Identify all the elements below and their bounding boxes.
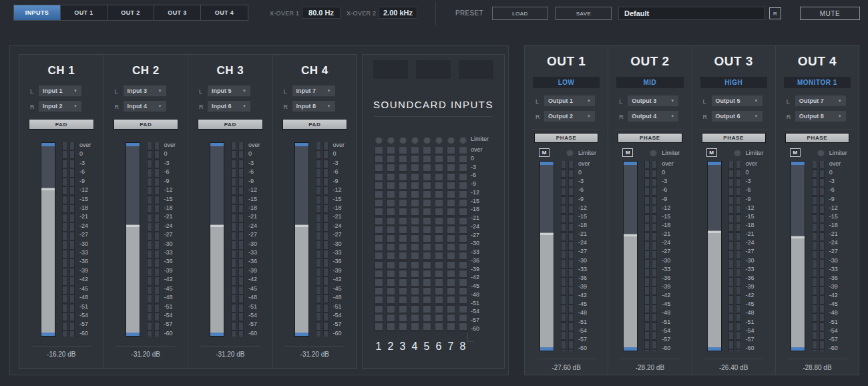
scale-tick: -12 (746, 205, 763, 211)
gain-fader[interactable] (126, 142, 140, 337)
scale-tick: -51 (333, 304, 351, 310)
output-l-select[interactable]: Output 1 ▼ (544, 95, 595, 107)
output-r-select[interactable]: Output 6 ▼ (712, 111, 763, 122)
fader-handle[interactable] (540, 232, 554, 235)
tab-out-2[interactable]: OUT 2 (107, 5, 154, 20)
gain-fader[interactable] (210, 142, 224, 337)
level-meter-bar (154, 142, 160, 337)
output-r-value: Output 4 (632, 113, 656, 120)
fader-track-upper (126, 143, 140, 226)
xover2-value-field[interactable]: 2.00 kHz (379, 7, 417, 19)
scale-tick: -6 (829, 187, 847, 193)
output-channel-4: OUT 4 MONITOR 1 L Output 7 ▼ R Output 8 … (776, 46, 859, 375)
l-label: L (535, 98, 544, 105)
band-label-button[interactable]: MID (616, 77, 683, 88)
fader-track-upper (295, 143, 308, 226)
fader-cap-bottom (41, 333, 55, 336)
input-l-select[interactable]: Input 1 ▼ (39, 85, 81, 97)
scale-tick: -27 (164, 232, 182, 238)
gain-fader[interactable] (791, 161, 805, 351)
scale-tick: -12 (471, 190, 499, 196)
fader-cap-top (540, 162, 554, 165)
fader-handle[interactable] (791, 236, 805, 238)
xover1-value-field[interactable]: 80.0 Hz (302, 7, 341, 19)
output-l-select[interactable]: Output 3 ▼ (628, 95, 678, 107)
phase-button[interactable]: PHASE (702, 133, 766, 143)
output-r-select[interactable]: Output 8 ▼ (795, 111, 846, 122)
preset-reset-button[interactable]: R (769, 7, 781, 19)
output-l-select[interactable]: Output 7 ▼ (795, 95, 846, 107)
mute-button[interactable]: MUTE (800, 7, 860, 20)
fader-handle[interactable] (295, 224, 308, 227)
output-r-select[interactable]: Output 4 ▼ (628, 111, 678, 122)
scale-tick: -9 (79, 178, 97, 184)
scale-tick: -27 (471, 232, 499, 238)
input-channel-4: CH 4 L Input 7 ▼ R Input 8 ▼ PAD ove (273, 55, 357, 368)
fader-handle[interactable] (126, 224, 140, 227)
save-button[interactable]: SAVE (556, 7, 612, 20)
scale-tick: -60 (746, 345, 763, 351)
tab-out-1[interactable]: OUT 1 (61, 5, 107, 20)
input-r-select[interactable]: Input 2 ▼ (39, 101, 81, 112)
channel-mute-button[interactable]: M (539, 148, 550, 157)
band-label-button[interactable]: HIGH (700, 77, 767, 88)
meter-scale: over0-3-6-9-12-15-18-21-24-27-30-33-36-3… (79, 142, 97, 337)
scale-tick: -3 (471, 164, 499, 170)
level-meter-bar (819, 161, 825, 351)
chevron-down-icon: ▼ (73, 89, 77, 93)
load-button[interactable]: LOAD (492, 7, 548, 20)
input-l-select[interactable]: Input 3 ▼ (124, 85, 166, 97)
tab-inputs[interactable]: INPUTS (14, 5, 61, 20)
scale-tick: over (164, 142, 182, 148)
chevron-down-icon: ▼ (327, 104, 331, 108)
phase-button[interactable]: PHASE (618, 133, 682, 143)
chevron-down-icon: ▼ (754, 99, 758, 103)
scale-tick: -33 (578, 266, 596, 272)
soundcard-meter (373, 136, 385, 332)
scale-tick: -12 (829, 205, 847, 211)
tab-out-3[interactable]: OUT 3 (154, 5, 201, 20)
fader-handle[interactable] (708, 230, 721, 233)
scale-tick: -15 (829, 214, 847, 220)
scale-tick: -36 (164, 258, 182, 264)
gain-fader[interactable] (294, 142, 309, 337)
input-r-select[interactable]: Input 8 ▼ (292, 101, 335, 112)
input-r-select[interactable]: Input 4 ▼ (124, 101, 166, 112)
pad-button[interactable]: PAD (198, 119, 263, 130)
input-l-select[interactable]: Input 5 ▼ (208, 85, 250, 97)
input-l-select[interactable]: Input 7 ▼ (292, 85, 335, 97)
output-l-select[interactable]: Output 5 ▼ (712, 95, 763, 107)
phase-button[interactable]: PHASE (534, 133, 598, 143)
gain-fader[interactable] (707, 161, 722, 351)
channel-mute-button[interactable]: M (706, 148, 717, 157)
pad-button[interactable]: PAD (114, 119, 179, 130)
soundcard-channel-number: 1 (373, 341, 385, 353)
output-r-select[interactable]: Output 2 ▼ (544, 111, 595, 122)
input-r-select[interactable]: Input 6 ▼ (208, 101, 250, 112)
pad-button[interactable]: PAD (282, 119, 348, 130)
gain-fader[interactable] (539, 161, 554, 351)
scale-tick: -57 (79, 321, 97, 327)
tab-out-4[interactable]: OUT 4 (201, 5, 248, 20)
fader-handle[interactable] (210, 224, 224, 227)
phase-button[interactable]: PHASE (785, 133, 849, 143)
channel-mute-button[interactable]: M (622, 148, 633, 157)
fader-handle[interactable] (624, 234, 637, 236)
gain-fader[interactable] (623, 161, 638, 351)
scale-tick: -24 (662, 240, 679, 246)
scale-tick: -12 (248, 187, 266, 193)
gain-fader[interactable] (41, 142, 55, 337)
pad-button[interactable]: PAD (29, 119, 94, 130)
scale-tick: -18 (578, 222, 596, 228)
ghost-decoration (373, 60, 493, 79)
section-divider (699, 129, 769, 130)
channel-mute-button[interactable]: M (790, 148, 801, 157)
fader-cap-top (295, 143, 308, 146)
band-label-button[interactable]: MONITOR 1 (784, 77, 851, 88)
fader-handle[interactable] (41, 188, 55, 190)
limiter-label: Limiter (829, 150, 847, 156)
scale-tick: -60 (79, 331, 97, 337)
band-label-button[interactable]: LOW (533, 77, 600, 88)
preset-name-field[interactable]: Default (618, 7, 765, 20)
limiter-led (650, 149, 657, 156)
